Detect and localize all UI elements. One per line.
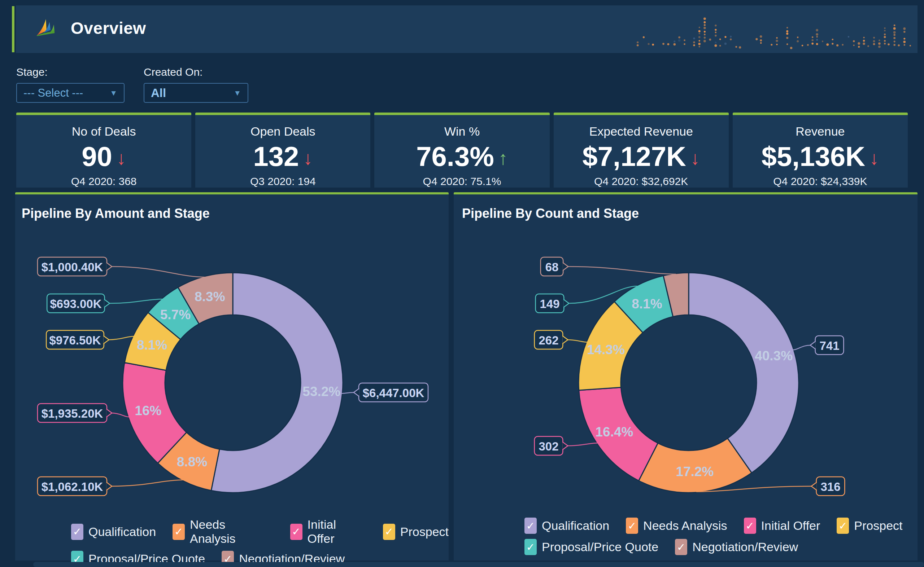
legend-checkbox-checked-icon[interactable]: ✓	[290, 524, 302, 540]
legend-label: Needs Analysis	[190, 518, 273, 546]
chart-legend: ✓Qualification✓Needs Analysis✓Initial Of…	[524, 518, 903, 555]
horizontal-scrollbar[interactable]	[33, 562, 924, 567]
legend-item-initial-offer[interactable]: ✓Initial Offer	[290, 518, 367, 546]
callout-value-label: 262	[538, 334, 558, 347]
callout-leader-line	[111, 267, 205, 277]
trend-up-arrow-icon: ↑	[499, 148, 508, 167]
legend-item-qualification[interactable]: ✓Qualification	[71, 518, 156, 546]
legend-label: Qualification	[542, 519, 609, 533]
legend-checkbox-checked-icon[interactable]: ✓	[383, 524, 395, 540]
legend-checkbox-checked-icon[interactable]: ✓	[524, 518, 537, 534]
slice-percent-label: 8.1%	[632, 297, 662, 311]
kpi-card[interactable]: Revenue$5,136K↓Q4 2020: $24,339K	[733, 112, 908, 188]
trend-down-arrow-icon: ↓	[303, 148, 313, 167]
kpi-title: Open Deals	[195, 124, 370, 138]
legend-item-qualification[interactable]: ✓Qualification	[524, 518, 609, 534]
created-on-select[interactable]: All ▼	[144, 83, 248, 103]
filter-bar: Stage: --- Select --- ▼ Created On: All …	[16, 66, 248, 103]
slice-percent-label: 14.3%	[587, 342, 625, 357]
callout-notch	[562, 442, 568, 450]
callout-notch	[354, 388, 359, 396]
legend-checkbox-checked-icon[interactable]: ✓	[524, 539, 537, 555]
legend-checkbox-checked-icon[interactable]: ✓	[173, 524, 185, 540]
kpi-comparison: Q4 2020: $32,692K	[554, 175, 729, 188]
legend-item-negotiation-review[interactable]: ✓Negotiation/Review	[675, 539, 798, 555]
legend-item-prospect[interactable]: ✓Prospect	[837, 518, 902, 534]
callout-notch	[811, 482, 817, 490]
chart-panel-amount: Pipeline By Amount and Stage 53.2%$6,447…	[15, 192, 449, 561]
callout-notch	[104, 299, 110, 307]
kpi-number: 132	[253, 143, 299, 170]
legend-label: Proposal/Price Quote	[542, 540, 658, 554]
donut-chart-amount: 53.2%$6,447.00K8.8%$1,062.10K16%$1,935.2…	[15, 194, 449, 561]
legend-label: Initial Offer	[308, 518, 367, 546]
kpi-comparison: Q4 2020: $24,339K	[733, 175, 908, 188]
callout-value-label: $1,062.10K	[42, 480, 103, 494]
stage-select-value: --- Select ---	[24, 87, 83, 99]
created-on-select-value: All	[151, 86, 166, 100]
kpi-title: Win %	[374, 124, 549, 138]
kpi-comparison: Q4 2020: 368	[16, 175, 191, 188]
slice-percent-label: 8.8%	[177, 454, 207, 469]
chevron-down-icon: ▼	[110, 89, 117, 98]
legend-item-needs-analysis[interactable]: ✓Needs Analysis	[173, 518, 273, 546]
kpi-value: 90↓	[16, 143, 191, 170]
kpi-number: $7,127K	[583, 143, 686, 170]
callout-value-label: $6,447.00K	[363, 386, 424, 400]
callout-value-label: $1,935.20K	[42, 407, 103, 420]
stage-select[interactable]: --- Select --- ▼	[16, 83, 125, 103]
legend-checkbox-checked-icon[interactable]: ✓	[837, 518, 849, 534]
callout-notch	[562, 336, 568, 344]
legend-item-proposal-price-quote[interactable]: ✓Proposal/Price Quote	[524, 539, 658, 555]
legend-checkbox-checked-icon[interactable]: ✓	[626, 518, 638, 534]
kpi-card[interactable]: Expected Revenue$7,127K↓Q4 2020: $32,692…	[554, 112, 729, 188]
legend-item-prospect[interactable]: ✓Prospect	[383, 518, 449, 546]
legend-item-initial-offer[interactable]: ✓Initial Offer	[744, 518, 820, 534]
legend-checkbox-checked-icon[interactable]: ✓	[675, 539, 687, 555]
kpi-comparison: Q4 2020: 75.1%	[374, 175, 549, 188]
legend-item-needs-analysis[interactable]: ✓Needs Analysis	[626, 518, 727, 534]
slice-percent-label: 5.7%	[160, 307, 191, 322]
kpi-number: 90	[81, 143, 112, 170]
callout-value-label: 149	[539, 297, 559, 310]
callout-notch	[810, 341, 816, 349]
kpi-title: Revenue	[733, 124, 908, 138]
callout-leader-line	[567, 443, 597, 446]
trend-down-arrow-icon: ↓	[117, 148, 126, 167]
kpi-card[interactable]: Open Deals132↓Q3 2020: 194	[195, 112, 370, 188]
callout-notch	[563, 299, 569, 307]
kpi-card[interactable]: No of Deals90↓Q4 2020: 368	[16, 112, 191, 188]
donut-slice-qualification[interactable]	[689, 273, 799, 473]
header-accent-bar	[12, 6, 14, 52]
kpi-comparison: Q3 2020: 194	[195, 175, 370, 188]
slice-percent-label: 8.1%	[137, 338, 167, 352]
legend-checkbox-checked-icon[interactable]: ✓	[744, 518, 756, 534]
kpi-value: $5,136K↓	[733, 143, 908, 170]
legend-label: Prospect	[400, 525, 449, 539]
created-on-filter-label: Created On:	[144, 66, 248, 78]
dynamics-logo-icon	[35, 18, 56, 40]
slice-percent-label: 40.3%	[755, 348, 793, 363]
kpi-card[interactable]: Win %76.3%↑Q4 2020: 75.1%	[374, 112, 549, 188]
callout-leader-line	[793, 345, 811, 350]
legend-checkbox-checked-icon[interactable]: ✓	[71, 524, 83, 540]
legend-label: Initial Offer	[761, 519, 820, 533]
callout-value-label: $693.00K	[50, 297, 101, 310]
chevron-down-icon: ▼	[233, 89, 241, 98]
donut-chart-count: 40.3%74117.2%31616.4%30214.3%2628.1%1496…	[454, 194, 918, 561]
page-title: Overview	[71, 18, 146, 38]
stage-filter-label: Stage:	[16, 66, 125, 78]
legend-label: Qualification	[89, 525, 156, 539]
trend-down-arrow-icon: ↓	[870, 148, 879, 167]
callout-leader-line	[111, 413, 129, 417]
callout-value-label: $976.50K	[49, 334, 101, 347]
callout-leader-line	[109, 336, 134, 340]
slice-percent-label: 8.3%	[195, 289, 225, 304]
callout-value-label: $1,000.40K	[42, 260, 103, 274]
callout-value-label: 316	[820, 480, 840, 494]
callout-leader-line	[110, 299, 162, 303]
kpi-value: 76.3%↑	[374, 143, 549, 170]
stage-filter: Stage: --- Select --- ▼	[16, 66, 125, 103]
callout-value-label: 68	[545, 260, 559, 274]
callout-notch	[107, 262, 112, 270]
